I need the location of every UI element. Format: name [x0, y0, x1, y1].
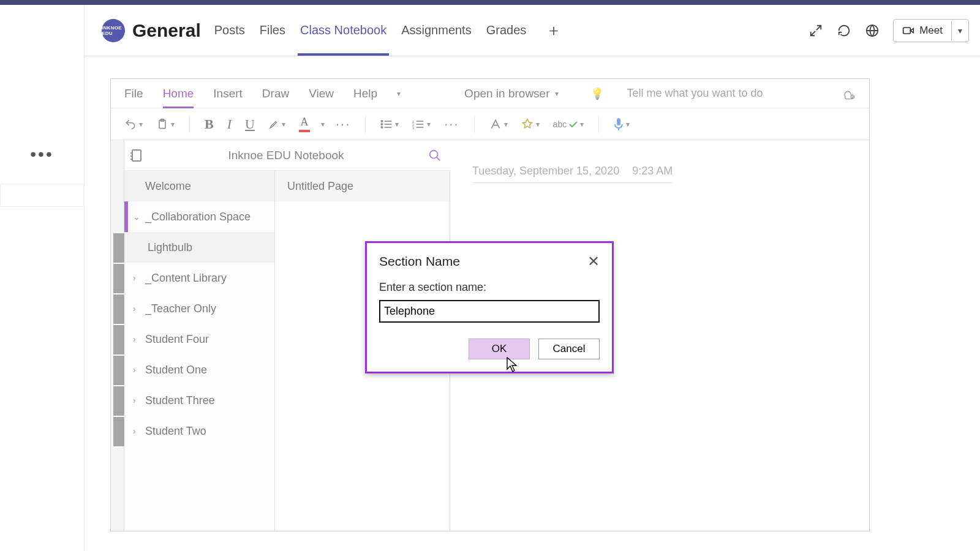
add-tab-icon[interactable]: ＋: [546, 20, 562, 41]
section-welcome[interactable]: Welcome: [124, 171, 274, 201]
ribbon-tab-home[interactable]: Home: [163, 79, 194, 108]
ribbon-overflow[interactable]: ▾: [397, 79, 401, 108]
section-collaboration-space[interactable]: ⌄_Collaboration Space: [124, 201, 274, 232]
tell-me-search[interactable]: [627, 87, 812, 100]
section-label: _Teacher Only: [145, 302, 216, 315]
notebook-icon[interactable]: [129, 148, 144, 163]
app-titlebar: [0, 0, 980, 5]
left-rail: •••: [0, 5, 85, 551]
ribbon-tab-view[interactable]: View: [309, 79, 334, 108]
section-label: Student Two: [145, 425, 206, 438]
svg-line-23: [437, 157, 440, 160]
chevron-right-icon[interactable]: ›: [133, 273, 141, 283]
ribbon-tab-draw[interactable]: Draw: [262, 79, 289, 108]
section-label: Student One: [145, 364, 207, 377]
lightbulb-icon: 💡: [590, 87, 604, 100]
chevron-down-icon[interactable]: ⌄: [133, 212, 141, 222]
section-content-library[interactable]: ›_Content Library: [124, 263, 274, 293]
page-time-text: 9:23 AM: [632, 165, 673, 177]
section-lightbulb[interactable]: Lightbulb: [124, 232, 274, 263]
svg-point-9: [382, 126, 383, 128]
bullets-button[interactable]: ▾: [378, 116, 401, 132]
section-label: _Content Library: [145, 272, 227, 285]
chevron-right-icon[interactable]: ›: [133, 304, 141, 313]
font-color-dropdown[interactable]: ▾: [321, 120, 325, 129]
cancel-button[interactable]: Cancel: [538, 339, 600, 359]
sync-status-icon[interactable]: [841, 88, 856, 100]
onenote-toolbar: ▾ ▾ B I U ▾ A ▾ ··· ▾ 123▾ ··· ▾ ▾: [111, 108, 869, 140]
undo-button[interactable]: ▾: [122, 116, 145, 133]
video-icon: [902, 24, 914, 37]
dialog-title: Section Name: [379, 254, 460, 269]
onenote-ribbon-tabs: File Home Insert Draw View Help ▾ Open i…: [111, 79, 869, 108]
tab-grades[interactable]: Grades: [486, 5, 527, 56]
section-name-dialog: Section Name ✕ Enter a section name: OK …: [365, 241, 614, 373]
globe-icon[interactable]: [865, 23, 880, 38]
refresh-icon[interactable]: [837, 23, 851, 38]
section-student-four[interactable]: ›Student Four: [124, 324, 274, 354]
channel-header: INKNOE EDU General Posts Files Class Not…: [85, 5, 980, 56]
italic-button[interactable]: I: [225, 114, 234, 135]
section-label: Welcome: [145, 180, 191, 193]
tab-files[interactable]: Files: [260, 5, 285, 56]
meet-button-group: Meet ▾: [893, 19, 969, 42]
team-avatar[interactable]: INKNOE EDU: [102, 19, 125, 42]
dialog-prompt: Enter a section name:: [379, 281, 600, 294]
ribbon-tab-help[interactable]: Help: [353, 79, 377, 108]
tab-posts[interactable]: Posts: [214, 5, 245, 56]
chevron-right-icon[interactable]: ›: [133, 334, 141, 344]
chevron-right-icon[interactable]: ›: [133, 426, 141, 436]
expand-icon[interactable]: [809, 23, 823, 38]
svg-rect-18: [132, 150, 141, 161]
channel-name: General: [132, 20, 201, 41]
meet-dropdown[interactable]: ▾: [951, 21, 968, 40]
svg-rect-17: [617, 118, 620, 126]
page-untitled[interactable]: Untitled Page: [275, 171, 450, 201]
font-color-button[interactable]: A: [296, 113, 312, 135]
section-label: Student Four: [145, 333, 209, 346]
section-student-three[interactable]: ›Student Three: [124, 385, 274, 416]
rail-active-item[interactable]: [0, 184, 84, 207]
notebook-title-row: Inknoe EDU Notebook: [124, 140, 450, 171]
meet-button[interactable]: Meet: [894, 20, 951, 42]
section-student-one[interactable]: ›Student One: [124, 354, 274, 385]
bold-button[interactable]: B: [202, 114, 216, 135]
ok-button[interactable]: OK: [469, 339, 530, 359]
search-icon[interactable]: [428, 149, 442, 162]
clipboard-button[interactable]: ▾: [154, 115, 177, 133]
section-tab-stubs: [113, 233, 124, 448]
svg-point-5: [382, 120, 383, 122]
close-icon[interactable]: ✕: [587, 254, 600, 269]
ribbon-tab-insert[interactable]: Insert: [213, 79, 243, 108]
section-list: Welcome ⌄_Collaboration Space Lightbulb …: [124, 171, 275, 531]
font-overflow[interactable]: ···: [333, 114, 353, 135]
section-student-two[interactable]: ›Student Two: [124, 416, 274, 446]
page-timestamp: Tuesday, September 15, 2020 9:23 AM: [472, 165, 673, 183]
header-actions: Meet ▾: [809, 19, 969, 42]
ribbon-tab-file[interactable]: File: [124, 79, 143, 108]
section-label: _Collaboration Space: [145, 211, 251, 223]
svg-point-7: [382, 123, 383, 125]
numbering-button[interactable]: 123▾: [410, 116, 433, 132]
tab-class-notebook[interactable]: Class Notebook: [300, 5, 386, 56]
svg-text:3: 3: [412, 126, 414, 129]
tab-assignments[interactable]: Assignments: [401, 5, 472, 56]
underline-button[interactable]: U: [243, 114, 257, 135]
page-date-text: Tuesday, September 15, 2020: [472, 165, 619, 177]
open-in-browser[interactable]: Open in browser ▾: [464, 87, 558, 100]
chevron-right-icon[interactable]: ›: [133, 365, 141, 375]
spellcheck-button[interactable]: abc ▾: [551, 117, 587, 132]
notebook-title: Inknoe EDU Notebook: [144, 149, 428, 162]
section-name-input[interactable]: [379, 300, 600, 323]
overflow-menu-icon[interactable]: •••: [30, 144, 53, 164]
chevron-right-icon[interactable]: ›: [133, 395, 141, 405]
dictate-button[interactable]: ▾: [611, 115, 632, 133]
highlight-button[interactable]: ▾: [266, 116, 288, 132]
tags-button[interactable]: ▾: [519, 116, 542, 133]
section-teacher-only[interactable]: ›_Teacher Only: [124, 293, 274, 324]
section-label: Student Three: [145, 394, 215, 407]
svg-rect-1: [903, 28, 911, 34]
styles-button[interactable]: ▾: [487, 116, 510, 133]
para-overflow[interactable]: ···: [442, 114, 461, 135]
channel-tabs: Posts Files Class Notebook Assignments G…: [214, 5, 562, 56]
